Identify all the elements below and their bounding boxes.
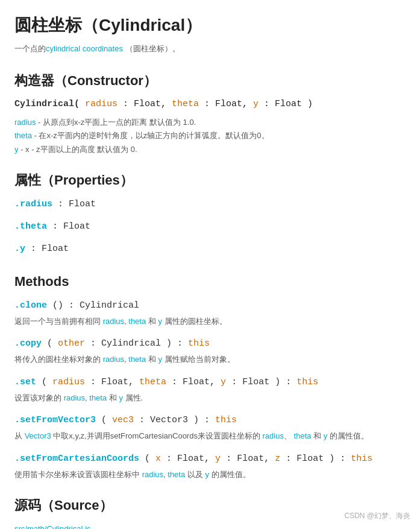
constructor-section-title: 构造器（Constructor） — [14, 70, 406, 91]
cylindrical-coordinates-link[interactable]: cylindrical coordinates — [46, 44, 123, 53]
constructor-param-radius: radius — [80, 99, 123, 109]
method-setFromVector3: .setFromVector3 ( vec3 : Vector3 ) : thi… — [14, 413, 406, 442]
method-copy: .copy ( other : Cylindrical ) : this 将传入… — [14, 337, 406, 366]
property-theta: .theta : Float — [14, 219, 406, 234]
constructor-param-y-desc: y - x - z平面以上的高度 默认值为 0. — [14, 144, 406, 156]
method-clone: .clone () : Cylindrical 返回一个与当前拥有相同 radi… — [14, 299, 406, 328]
method-copy-sig: .copy ( other : Cylindrical ) : this — [14, 337, 406, 351]
constructor-fn-name: Cylindrical( — [14, 99, 80, 109]
properties-section-title: 属性（Properties） — [14, 169, 406, 191]
constructor-param-y: y — [253, 99, 264, 109]
method-clone-desc: 返回一个与当前拥有相同 radius, theta 和 y 属性的圆柱坐标。 — [14, 315, 406, 328]
method-clone-link[interactable]: .clone — [14, 300, 47, 311]
subtitle-suffix: 。 — [172, 44, 180, 53]
setFromVector3-ref-radius[interactable]: radius — [263, 431, 284, 440]
setFromVector3-ref-theta[interactable]: theta — [294, 431, 312, 440]
copy-ref-theta[interactable]: theta — [128, 355, 146, 364]
constructor-param-radius-desc: radius - 从原点到x-z平面上一点的距离 默认值为 1.0. — [14, 116, 406, 128]
clone-ref-theta[interactable]: theta — [128, 317, 146, 326]
clone-ref-radius[interactable]: radius — [103, 317, 124, 326]
method-setFromVector3-sig: .setFromVector3 ( vec3 : Vector3 ) : thi… — [14, 413, 406, 428]
property-radius-link[interactable]: .radius — [14, 199, 52, 209]
method-set-sig: .set ( radius : Float, theta : Float, y … — [14, 375, 406, 390]
set-ref-radius[interactable]: radius — [64, 393, 85, 402]
method-setFromVector3-link[interactable]: .setFromVector3 — [14, 415, 96, 425]
param-radius-link[interactable]: radius — [14, 118, 36, 127]
methods-section-title: Methods — [14, 271, 406, 292]
method-setFromCartesianCoords-desc: 使用笛卡尔坐标来设置该圆柱坐标中 radius, theta 以及 y 的属性值… — [14, 469, 406, 481]
page-subtitle: 一个点的cylindrical coordinates （圆柱坐标）。 — [14, 43, 406, 55]
property-theta-link[interactable]: .theta — [14, 221, 47, 232]
method-set-desc: 设置该对象的 radius, theta 和 y 属性. — [14, 392, 406, 404]
page-title: 圆柱坐标（Cylindrical） — [14, 12, 406, 39]
method-clone-sig: .clone () : Cylindrical — [14, 299, 406, 313]
method-setFromVector3-desc: 从 Vector3 中取x,y,z,并调用setFromCartesianCoo… — [14, 430, 406, 442]
copy-ref-radius[interactable]: radius — [103, 355, 124, 364]
property-y: .y : Float — [14, 241, 406, 256]
method-set: .set ( radius : Float, theta : Float, y … — [14, 375, 406, 404]
method-set-link[interactable]: .set — [14, 377, 36, 387]
constructor-param-theta-desc: theta - 在x-z平面内的逆时针角度，以z轴正方向的计算弧度。默认值为0。 — [14, 130, 406, 142]
method-setFromCartesianCoords-link[interactable]: .setFromCartesianCoords — [14, 454, 139, 464]
method-setFromCartesianCoords-sig: .setFromCartesianCoords ( x : Float, y :… — [14, 452, 406, 466]
set-ref-theta[interactable]: theta — [89, 393, 107, 402]
constructor-param-theta: theta — [172, 99, 204, 109]
method-setFromCartesianCoords: .setFromCartesianCoords ( x : Float, y :… — [14, 452, 406, 481]
subtitle-paren: （圆柱坐标） — [125, 44, 172, 53]
subtitle-prefix: 一个点的 — [14, 44, 46, 53]
param-y-link[interactable]: y — [14, 145, 19, 154]
method-copy-desc: 将传入的圆柱坐标对象的 radius, theta 和 y 属性赋给当前对象。 — [14, 353, 406, 366]
method-copy-link[interactable]: .copy — [14, 338, 42, 349]
param-theta-link[interactable]: theta — [14, 131, 32, 140]
constructor-signature: Cylindrical( radius : Float, theta : Flo… — [14, 97, 406, 112]
source-link[interactable]: src/math/Cylindrical.js — [14, 524, 90, 529]
setFromVector3-ref-vec3[interactable]: Vector3 — [25, 431, 51, 440]
property-y-link[interactable]: .y — [14, 244, 25, 254]
watermark: CSDN @幻梦、海炎 — [344, 510, 410, 522]
property-radius: .radius : Float — [14, 197, 406, 212]
constructor-params: radius - 从原点到x-z平面上一点的距离 默认值为 1.0. theta… — [14, 116, 406, 156]
setFromCartesian-ref-radius[interactable]: radius — [142, 470, 163, 479]
setFromCartesian-ref-theta[interactable]: theta — [168, 470, 185, 479]
